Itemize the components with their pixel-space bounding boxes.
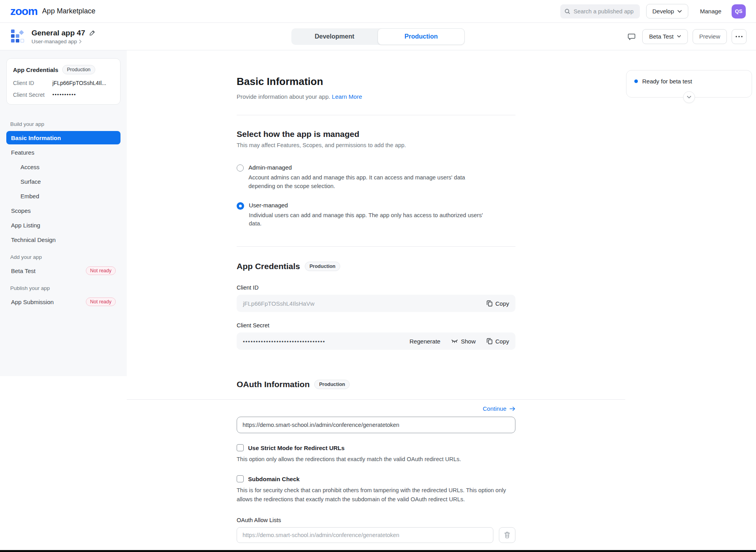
- app-status-panel: Ready for beta test: [626, 70, 752, 98]
- sidebar-item-beta-test[interactable]: Beta Test Not ready: [6, 264, 120, 277]
- user-managed-radio[interactable]: [237, 202, 244, 210]
- sidebar-item-app-submission[interactable]: App Submission Not ready: [6, 295, 120, 308]
- sidebar-item-features[interactable]: Features: [6, 146, 120, 159]
- sidebar: App Credentials Production Client ID jFL…: [0, 50, 127, 376]
- preview-button[interactable]: Preview: [693, 29, 727, 44]
- sidebar-client-secret-label: Client Secret: [13, 92, 52, 98]
- manage-link[interactable]: Manage: [700, 8, 721, 15]
- sidebar-credentials-card: App Credentials Production Client ID jFL…: [6, 58, 120, 105]
- credentials-section-title: App Credentials Production: [237, 262, 515, 271]
- feedback-chat-button[interactable]: [626, 31, 637, 42]
- allow-list-input[interactable]: [237, 527, 493, 543]
- status-text: Ready for beta test: [642, 78, 692, 85]
- admin-managed-option: Admin-managed Account admins can add and…: [237, 164, 515, 191]
- develop-button[interactable]: Develop: [646, 4, 688, 18]
- managed-section-title: Select how the app is managed: [237, 129, 515, 139]
- search-box[interactable]: [560, 4, 640, 18]
- sidebar-item-scopes[interactable]: Scopes: [6, 204, 120, 217]
- sidebar-item-surface[interactable]: Surface: [6, 175, 120, 188]
- app-type-breadcrumb[interactable]: User-managed app: [32, 39, 96, 44]
- continue-link-top[interactable]: Continue: [483, 405, 515, 412]
- page-title: Basic Information: [237, 50, 515, 88]
- edit-app-name-icon[interactable]: [89, 30, 96, 36]
- copy-icon: [487, 300, 493, 306]
- regenerate-button[interactable]: Regenerate: [410, 338, 440, 345]
- user-managed-label: User-managed: [249, 202, 493, 209]
- learn-more-link[interactable]: Learn More: [332, 93, 362, 100]
- strict-mode-label: Use Strict Mode for Redirect URLs: [248, 445, 345, 451]
- credentials-production-badge: Production: [305, 262, 340, 271]
- subdomain-label: Subdomain Check: [248, 476, 300, 482]
- search-icon: [564, 8, 571, 15]
- strict-mode-row: Use Strict Mode for Redirect URLs: [237, 444, 515, 451]
- zoom-logo[interactable]: zoom: [10, 6, 37, 17]
- sidebar-credentials-title: App Credentials: [13, 66, 58, 73]
- sidebar-item-app-listing[interactable]: App Listing: [6, 218, 120, 232]
- status-dot: [634, 79, 638, 83]
- sidebar-nav: Build your app Basic Information Feature…: [0, 111, 127, 308]
- admin-managed-radio[interactable]: [237, 164, 244, 172]
- app-header-bar: General app 47 User-managed app Developm…: [0, 23, 756, 50]
- bottom-edge-bar: [0, 550, 756, 552]
- client-id-field: jFLp66FpTOSshL4IlsHaVw Copy: [237, 295, 515, 312]
- tab-development[interactable]: Development: [291, 28, 378, 45]
- client-id-label: Client ID: [237, 284, 515, 291]
- subdomain-check-row: Subdomain Check: [237, 475, 515, 482]
- copy-client-secret-button[interactable]: Copy: [487, 338, 509, 345]
- divider: [237, 246, 515, 247]
- oauth-allow-lists-label: OAuth Allow Lists: [237, 517, 515, 523]
- more-icon: [736, 36, 743, 37]
- main-content: Basic Information Provide information ab…: [127, 50, 756, 552]
- subdomain-checkbox[interactable]: [237, 475, 244, 482]
- app-name: General app 47: [32, 29, 85, 37]
- search-input[interactable]: [574, 8, 637, 15]
- app-submission-status-badge: Not ready: [86, 297, 116, 306]
- sidebar-item-basic-information[interactable]: Basic Information: [6, 131, 120, 144]
- chevron-down-icon: [687, 96, 691, 99]
- managed-section-subtitle: This may affect Features, Scopes, and pe…: [237, 142, 515, 148]
- sidebar-item-technical-design[interactable]: Technical Design: [6, 233, 120, 246]
- divider-full-width: [127, 399, 625, 400]
- admin-managed-desc: Account admins can add and manage this a…: [248, 174, 493, 191]
- app-icon: [9, 28, 26, 45]
- client-id-value: jFLp66FpTOSshL4IlsHaVw: [243, 300, 314, 307]
- divider: [237, 115, 515, 115]
- user-managed-desc: Individual users can add and manage this…: [249, 211, 493, 229]
- page-subtitle: Provide information about your app. Lear…: [237, 93, 515, 100]
- chevron-down-icon: [677, 35, 681, 38]
- show-secret-button[interactable]: Show: [451, 338, 476, 345]
- environment-tabs: Development Production: [291, 28, 465, 45]
- more-options-button[interactable]: [732, 29, 747, 44]
- app-marketplace-title: App Marketplace: [42, 7, 95, 15]
- strict-mode-checkbox[interactable]: [237, 444, 244, 451]
- redirect-url-input[interactable]: [237, 417, 515, 433]
- sidebar-client-secret-value: ••••••••••: [52, 92, 76, 98]
- sidebar-client-id-label: Client ID: [13, 80, 52, 86]
- user-avatar[interactable]: QS: [732, 4, 746, 18]
- sidebar-item-access[interactable]: Access: [6, 160, 120, 174]
- user-managed-option: User-managed Individual users can add an…: [237, 202, 515, 229]
- copy-icon: [487, 338, 493, 344]
- strict-mode-desc: This option only allows the redirections…: [237, 455, 508, 463]
- sidebar-item-embed[interactable]: Embed: [6, 189, 120, 203]
- chevron-right-icon: [79, 39, 82, 44]
- section-build-your-app: Build your app: [10, 121, 117, 127]
- client-secret-label: Client Secret: [237, 322, 515, 329]
- expand-status-button[interactable]: [683, 91, 695, 103]
- trash-icon: [504, 532, 510, 539]
- copy-client-id-button[interactable]: Copy: [487, 300, 509, 307]
- client-secret-field: •••••••••••••••••••••••••••••••• Regener…: [237, 332, 515, 350]
- admin-managed-label: Admin-managed: [248, 164, 493, 171]
- beta-test-dropdown[interactable]: Beta Test: [642, 29, 687, 44]
- section-add-your-app: Add your app: [10, 254, 117, 260]
- oauth-section-title: OAuth Information Production: [237, 380, 515, 389]
- oauth-production-badge: Production: [314, 380, 350, 389]
- tab-production[interactable]: Production: [378, 28, 465, 45]
- delete-allow-list-button[interactable]: [499, 527, 515, 543]
- chevron-down-icon: [677, 10, 682, 13]
- top-navbar: zoom App Marketplace Develop Manage QS: [0, 0, 756, 23]
- section-publish-your-app: Publish your app: [10, 285, 117, 291]
- arrow-right-icon: [510, 406, 515, 411]
- beta-test-status-badge: Not ready: [86, 266, 116, 275]
- eye-off-icon: [451, 339, 458, 343]
